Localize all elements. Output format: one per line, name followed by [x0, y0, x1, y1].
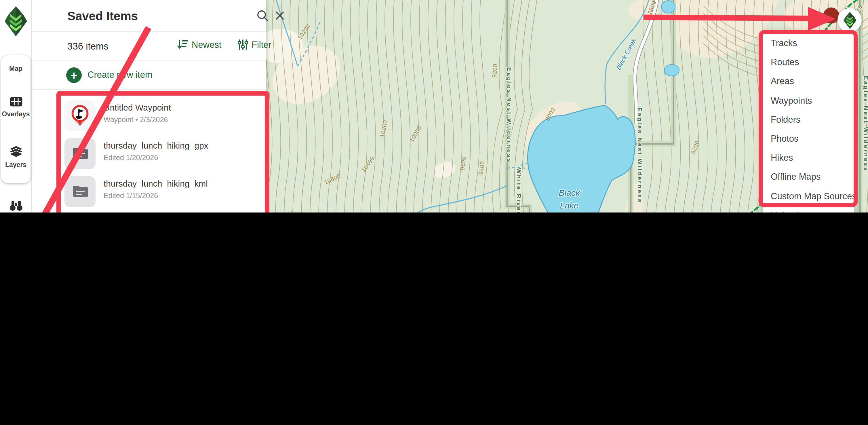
- menu-item-custom-map-sources[interactable]: Custom Map Sources: [763, 186, 854, 205]
- menu-item-hikes[interactable]: Hikes: [763, 148, 854, 167]
- folder-thumbnail: [64, 176, 96, 207]
- menu-item-tracks[interactable]: Tracks: [763, 33, 854, 52]
- menu-item-routes[interactable]: Routes: [763, 52, 854, 71]
- gaia-logo-icon: [2, 5, 29, 38]
- account-menu: Tracks Routes Areas Waypoints Folders Ph…: [763, 32, 854, 212]
- overlays-icon: [9, 97, 22, 107]
- menu-item-upload[interactable]: Upload: [763, 205, 854, 212]
- list-item[interactable]: thursday_lunch_hiking_gpx Edited 1/20/20…: [32, 135, 266, 173]
- layers-icon: [9, 146, 23, 157]
- menu-item-folders[interactable]: Folders: [763, 110, 854, 129]
- sort-newest-icon: [177, 39, 188, 50]
- panel-header: Saved Items: [32, 0, 266, 32]
- waypoint-thumbnail: [64, 100, 96, 131]
- account-menu-button[interactable]: [837, 8, 862, 32]
- create-new-item-button[interactable]: + Create new item: [32, 61, 266, 90]
- panel-title: Saved Items: [67, 9, 138, 23]
- list-item[interactable]: thursday_lunch_hiking_kml Edited 1/15/20…: [32, 173, 266, 211]
- menu-item-waypoints[interactable]: Waypoints: [763, 91, 854, 110]
- plus-icon: +: [66, 67, 82, 83]
- svg-text:Lake: Lake: [560, 201, 579, 210]
- svg-text:Eagles Nest Wilderness: Eagles Nest Wilderness: [506, 67, 513, 163]
- menu-item-offline-maps[interactable]: Offline Maps: [763, 167, 854, 186]
- item-subtitle: Waypoint • 2/3/2026: [103, 116, 168, 124]
- list-item[interactable]: Untitled Waypoint Waypoint • 2/3/2026: [32, 97, 266, 135]
- filter-sliders-icon: [238, 39, 248, 50]
- menu-item-areas[interactable]: Areas: [763, 72, 854, 91]
- gaia-logo-icon: [842, 11, 857, 30]
- list-toolbar: 336 items Newest: [32, 32, 266, 61]
- menu-item-photos[interactable]: Photos: [763, 129, 854, 148]
- item-title: thursday_lunch_hiking_kml: [103, 179, 208, 188]
- item-subtitle: Edited 1/15/2026: [103, 192, 158, 200]
- item-title: thursday_lunch_hiking_gpx: [103, 141, 208, 150]
- svg-text:White River National Forest: White River National Forest: [516, 168, 522, 212]
- list-item[interactable]: Thursday Lunch Hiking - c... Route • 2.0…: [32, 211, 266, 212]
- saved-items-list: Untitled Waypoint Waypoint • 2/3/2026 th…: [32, 90, 266, 212]
- sort-button[interactable]: Newest: [177, 39, 221, 50]
- item-title: Untitled Waypoint: [103, 102, 171, 112]
- left-sidebar: Map Overlays Layers: [0, 0, 32, 212]
- sidebar-item-map[interactable]: Map: [0, 63, 32, 72]
- item-count: 336 items: [67, 41, 108, 52]
- close-icon[interactable]: [275, 11, 284, 20]
- item-subtitle: Edited 1/20/2026: [103, 154, 158, 162]
- avatar-badge: [823, 7, 839, 24]
- sidebar-item-discover[interactable]: Discover: [0, 201, 32, 212]
- sidebar-item-overlays[interactable]: Overlays: [0, 97, 32, 118]
- search-icon[interactable]: [257, 10, 268, 21]
- app-logo[interactable]: [2, 5, 29, 38]
- filter-button[interactable]: Filter: [238, 39, 271, 50]
- svg-text:9200: 9200: [491, 63, 498, 78]
- folder-thumbnail: [64, 138, 96, 169]
- svg-text:Eagles Nest Wilderness: Eagles Nest Wilderness: [863, 76, 868, 172]
- saved-items-panel: Saved Items 336 items Newe: [32, 0, 266, 212]
- sidebar-item-layers[interactable]: Layers: [0, 146, 32, 168]
- svg-text:Black: Black: [559, 188, 580, 198]
- svg-text:Eagles Nest Wilderness: Eagles Nest Wilderness: [637, 108, 643, 204]
- binoculars-icon: [9, 201, 23, 211]
- app-window: 64.1A 1020010200100001040010600108009600…: [0, 0, 868, 212]
